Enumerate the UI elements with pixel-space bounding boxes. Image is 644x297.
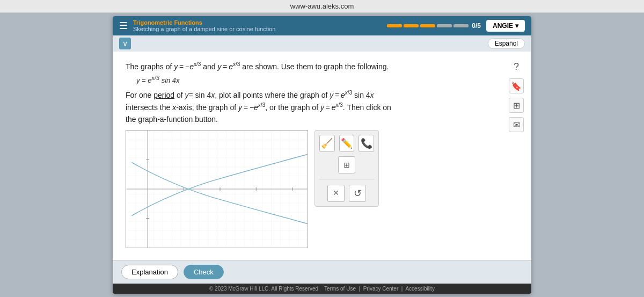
accessibility-link[interactable]: Accessibility	[405, 286, 434, 292]
function-label: y = ex/3 sin 4x	[136, 75, 518, 84]
subtitle-label: Sketching a graph of a damped sine or co…	[133, 26, 382, 32]
progress-seg-2	[404, 24, 419, 27]
bookmark-icon[interactable]: 🔖	[509, 78, 524, 93]
problem-statement: The graphs of y = −ex/3 and y = ex/3 are…	[126, 60, 518, 73]
refresh-tool[interactable]: ↺	[349, 185, 366, 202]
espanol-button[interactable]: Español	[488, 38, 525, 49]
progress-bar	[387, 24, 469, 27]
progress-seg-5	[453, 24, 469, 27]
and-text: and	[203, 62, 217, 71]
hamburger-icon[interactable]: ☰	[119, 20, 128, 32]
tools-row-2: ⊞	[319, 156, 374, 173]
browser-bar: www-awu.aleks.com	[0, 0, 644, 13]
module-label: Trigonometric Functions	[133, 19, 382, 26]
chevron-down-icon: ∨	[122, 39, 128, 48]
instruction-text: For one period of y= sin 4x, plot all po…	[126, 89, 518, 125]
header-title-block: Trigonometric Functions Sketching a grap…	[133, 19, 382, 32]
clear-tool[interactable]: ×	[327, 185, 345, 202]
copyright-text: © 2023 McGraw Hill LLC. All Rights Reser…	[209, 286, 318, 292]
tool-divider	[319, 179, 374, 179]
header-progress: 0/5	[387, 22, 481, 30]
graph-area: 🧹 ✏️ 📞 ⊞	[126, 130, 518, 253]
pencil-tool[interactable]: ✏️	[339, 135, 355, 152]
mail-icon[interactable]: ✉	[509, 117, 524, 132]
tools-row-3: × ↺	[319, 185, 374, 202]
tools-panel: 🧹 ✏️ 📞 ⊞	[314, 130, 379, 207]
terms-link[interactable]: Terms of Use	[324, 286, 356, 292]
progress-seg-3	[420, 24, 435, 27]
progress-seg-4	[437, 24, 452, 27]
help-icon[interactable]: ?	[509, 59, 524, 74]
explanation-button[interactable]: Explanation	[121, 265, 178, 279]
browser-url: www-awu.aleks.com	[290, 2, 354, 10]
angie-chevron-icon: ▾	[515, 22, 518, 30]
progress-label: 0/5	[472, 22, 481, 30]
footer-buttons: Explanation Check	[113, 260, 531, 284]
privacy-link[interactable]: Privacy Center	[363, 286, 399, 292]
app-header: ☰ Trigonometric Functions Sketching a gr…	[113, 16, 531, 35]
collapse-button[interactable]: ∨	[119, 38, 131, 49]
phone-tool[interactable]: 📞	[358, 135, 374, 152]
graph-canvas[interactable]	[126, 130, 308, 248]
progress-seg-1	[387, 24, 402, 27]
grid-tool-icon[interactable]: ⊞	[509, 98, 524, 113]
period-underlined: period	[153, 91, 174, 99]
then-click-text: Then click on	[347, 103, 391, 112]
sub-header: ∨ Español	[113, 35, 531, 52]
angie-label: ANGIE	[493, 22, 513, 30]
right-icons-panel: ? 🔖 ⊞ ✉	[509, 59, 524, 132]
copyright-bar: © 2023 McGraw Hill LLC. All Rights Reser…	[113, 284, 531, 294]
check-button[interactable]: Check	[184, 265, 224, 279]
angie-button[interactable]: ANGIE ▾	[486, 20, 525, 32]
content-area: ? 🔖 ⊞ ✉ The graphs of y = −ex/3 and y = …	[113, 52, 531, 260]
eraser-tool[interactable]: 🧹	[319, 135, 335, 152]
grid-table-tool[interactable]: ⊞	[338, 156, 355, 173]
graph-svg	[126, 131, 308, 248]
tools-row-1: 🧹 ✏️ 📞	[319, 135, 374, 152]
